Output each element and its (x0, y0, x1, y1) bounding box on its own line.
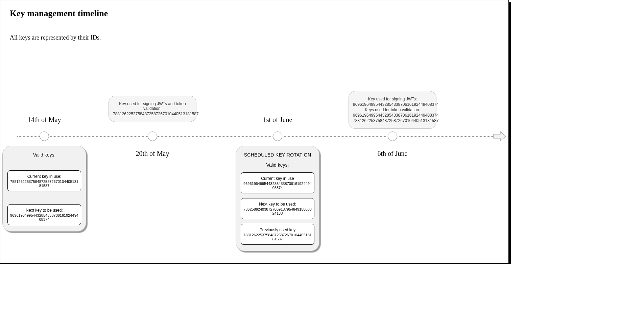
key-slot-previous: Previously used key 78812622537584872587… (241, 224, 314, 245)
signing-key-note-may: Key used for signing JWTs and token vali… (109, 96, 196, 122)
card-heading: Valid keys: (6, 152, 82, 158)
note-label: Key used for signing JWTs and token vali… (113, 101, 192, 111)
diagram-title: Key management timeline (10, 8, 108, 19)
key-slot-next: Next key to be used: 9696196499544328543… (7, 204, 81, 225)
timeline-dot (148, 132, 157, 141)
key-slot-label: Previously used key (243, 228, 312, 232)
signing-key-note-june: Key used for signing JWTs: 9696196499544… (349, 91, 436, 129)
key-slot-id: 96961964995443285433870616192449408374 (243, 182, 312, 190)
key-slot-id: 78812622537584872587267010440513181587 (243, 233, 312, 241)
timeline-diagram: Key management timeline All keys are rep… (0, 0, 509, 264)
timeline-dot (40, 132, 49, 141)
key-slot-label: Next key to be used: (243, 202, 312, 207)
note-key-id: 96961964995443285433870616192449408374 (353, 102, 432, 107)
note-key-id: 78812622537584872587267010440513181587 (353, 118, 432, 123)
card-top-caption: SCHEDULED KEY ROTATION (239, 152, 316, 158)
timeline-dot (273, 132, 282, 141)
key-slot-id: 96961964995443285433870616192449408374 (10, 213, 79, 221)
timeline-date-label: 20th of May (136, 150, 169, 158)
timeline-date-label: 14th of May (28, 116, 61, 124)
key-slot-id: 78812622537584872587267010440513181587 (10, 180, 79, 188)
key-slot-label: Current key in use (243, 176, 312, 181)
key-slot-label: Next key to be used: (10, 208, 79, 213)
timeline-date-label: 6th of June (378, 150, 408, 158)
timeline-arrow-icon (493, 129, 506, 143)
key-slot-id: 78625862403872705918795464915008824138 (243, 207, 312, 215)
card-heading: Valid keys: (239, 162, 316, 168)
key-slot-current: Current key in use 969619649954432854338… (241, 172, 314, 193)
key-slot-current: Current key in use: 78812622537584872587… (7, 170, 81, 191)
key-slot-label: Current key in use: (10, 174, 79, 179)
valid-keys-card-jun1: SCHEDULED KEY ROTATION Valid keys: Curre… (236, 146, 319, 251)
diagram-subtitle: All keys are represented by their IDs. (10, 34, 101, 41)
valid-keys-card-may14: Valid keys: Current key in use: 78812622… (2, 146, 86, 232)
note-key-id: 96961964995443285433870616192449408374 (353, 113, 432, 118)
timeline-axis (17, 136, 498, 137)
note-label: Key used for signing JWTs: (353, 97, 432, 101)
timeline-dot (388, 132, 397, 141)
key-slot-next: Next key to be used: 7862586240387270591… (241, 198, 314, 219)
note-label: Keys used for token validation: (353, 108, 432, 112)
note-key-id: 78812622537584872587267010440513181587 (113, 112, 192, 116)
timeline-date-label: 1st of June (263, 116, 292, 124)
